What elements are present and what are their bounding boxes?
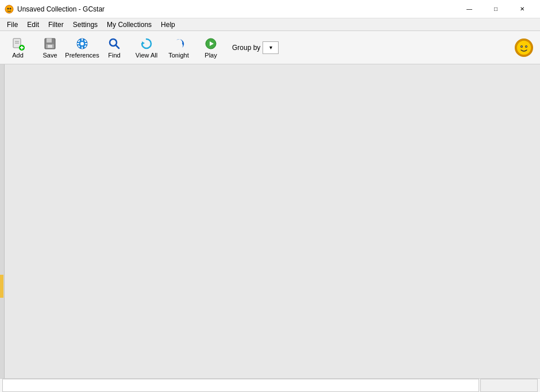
svg-point-2 (10, 7, 11, 9)
add-button[interactable]: Add (2, 33, 33, 63)
menu-my-collections[interactable]: My Collections (102, 20, 156, 30)
find-button[interactable]: Find (99, 33, 130, 63)
group-by-section: Group by ▾ (232, 41, 279, 54)
save-label: Save (43, 52, 57, 59)
group-by-label: Group by (232, 44, 260, 52)
svg-point-31 (521, 46, 522, 47)
toolbar-right (515, 39, 538, 57)
play-button[interactable]: Play (195, 33, 226, 63)
menu-edit[interactable]: Edit (22, 20, 44, 30)
main-content (0, 64, 540, 378)
status-bar-main (2, 379, 479, 392)
viewall-label: View All (136, 52, 157, 59)
svg-point-32 (526, 46, 527, 47)
maximize-button[interactable]: □ (483, 0, 509, 18)
add-icon (11, 37, 25, 51)
preferences-label: Preferences (65, 52, 99, 59)
window-title: Unsaved Collection - GCstar (17, 5, 105, 13)
svg-rect-15 (82, 39, 83, 41)
svg-line-24 (116, 45, 119, 48)
svg-rect-18 (85, 43, 87, 44)
content-panel (5, 64, 540, 378)
find-icon (107, 37, 121, 51)
app-icon (5, 5, 14, 14)
svg-marker-25 (142, 41, 145, 45)
svg-point-14 (80, 42, 84, 45)
menu-filter[interactable]: Filter (44, 20, 68, 30)
chevron-down-icon: ▾ (269, 44, 272, 51)
menu-bar: File Edit Filter Settings My Collections… (0, 18, 540, 31)
save-button[interactable]: Save (34, 33, 65, 63)
status-bar-side (480, 379, 538, 392)
toolbar: Add Save (0, 31, 540, 64)
svg-rect-12 (48, 45, 52, 48)
yellow-tab (0, 275, 3, 298)
save-icon (43, 37, 57, 51)
left-panel (0, 64, 5, 378)
tonight-label: Tonight (168, 52, 188, 59)
preferences-icon (75, 37, 89, 51)
svg-rect-10 (47, 39, 52, 43)
svg-rect-16 (82, 47, 83, 49)
find-label: Find (108, 52, 120, 59)
svg-rect-17 (77, 43, 79, 44)
play-label: Play (205, 52, 217, 59)
viewall-button[interactable]: View All (131, 33, 162, 63)
status-bar (0, 378, 540, 392)
tonight-button[interactable]: Tonight (163, 33, 194, 63)
title-bar: Unsaved Collection - GCstar — □ ✕ (0, 0, 540, 18)
preferences-button[interactable]: Preferences (67, 33, 98, 63)
play-icon (204, 37, 218, 51)
menu-help[interactable]: Help (156, 20, 180, 30)
add-label: Add (12, 52, 24, 59)
svg-point-1 (7, 7, 9, 9)
gcstar-logo-button[interactable] (515, 39, 533, 57)
window-controls: — □ ✕ (456, 0, 535, 18)
menu-settings[interactable]: Settings (68, 20, 102, 30)
title-bar-left: Unsaved Collection - GCstar (5, 5, 105, 14)
svg-point-0 (5, 5, 13, 13)
menu-file[interactable]: File (2, 20, 22, 30)
minimize-button[interactable]: — (456, 0, 483, 18)
group-by-dropdown[interactable]: ▾ (263, 41, 279, 54)
svg-point-28 (516, 40, 531, 55)
close-button[interactable]: ✕ (509, 0, 535, 18)
tonight-icon (172, 37, 186, 51)
viewall-icon (140, 37, 153, 51)
